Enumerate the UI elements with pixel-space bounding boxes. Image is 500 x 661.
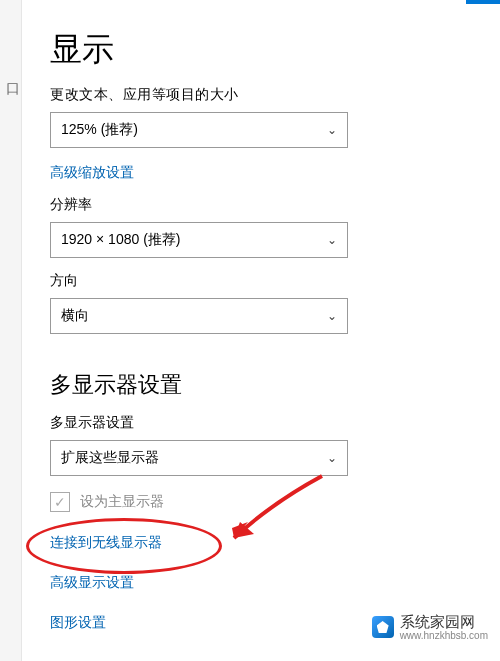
orientation-value: 横向: [61, 307, 89, 325]
nav-hint-glyph: 口: [6, 80, 20, 98]
multi-display-label: 多显示器设置: [50, 414, 480, 432]
chevron-down-icon: ⌄: [327, 233, 337, 247]
chevron-down-icon: ⌄: [327, 451, 337, 465]
watermark-url: www.hnzkhbsb.com: [400, 630, 488, 641]
watermark-name: 系统家园网: [400, 613, 475, 630]
orientation-dropdown[interactable]: 横向 ⌄: [50, 298, 348, 334]
chevron-down-icon: ⌄: [327, 309, 337, 323]
watermark: 系统家园网 www.hnzkhbsb.com: [372, 613, 488, 641]
multi-display-value: 扩展这些显示器: [61, 449, 159, 467]
resolution-dropdown[interactable]: 1920 × 1080 (推荐) ⌄: [50, 222, 348, 258]
scaling-label: 更改文本、应用等项目的大小: [50, 86, 480, 104]
display-settings-panel: 显示 更改文本、应用等项目的大小 125% (推荐) ⌄ 高级缩放设置 分辨率 …: [50, 0, 480, 632]
resolution-label: 分辨率: [50, 196, 480, 214]
chevron-down-icon: ⌄: [327, 123, 337, 137]
advanced-display-link[interactable]: 高级显示设置: [50, 574, 480, 592]
nav-edge: 口: [0, 0, 22, 661]
scaling-value: 125% (推荐): [61, 121, 138, 139]
advanced-scaling-link[interactable]: 高级缩放设置: [50, 164, 480, 182]
watermark-icon: [372, 616, 394, 638]
primary-display-checkbox[interactable]: ✓: [50, 492, 70, 512]
primary-display-checkbox-label: 设为主显示器: [80, 493, 164, 511]
wireless-display-link[interactable]: 连接到无线显示器: [50, 534, 480, 552]
orientation-label: 方向: [50, 272, 480, 290]
resolution-value: 1920 × 1080 (推荐): [61, 231, 180, 249]
primary-display-checkbox-row: ✓ 设为主显示器: [50, 492, 480, 512]
multi-display-title: 多显示器设置: [50, 370, 480, 400]
multi-display-dropdown[interactable]: 扩展这些显示器 ⌄: [50, 440, 348, 476]
page-title: 显示: [50, 28, 480, 72]
scaling-dropdown[interactable]: 125% (推荐) ⌄: [50, 112, 348, 148]
